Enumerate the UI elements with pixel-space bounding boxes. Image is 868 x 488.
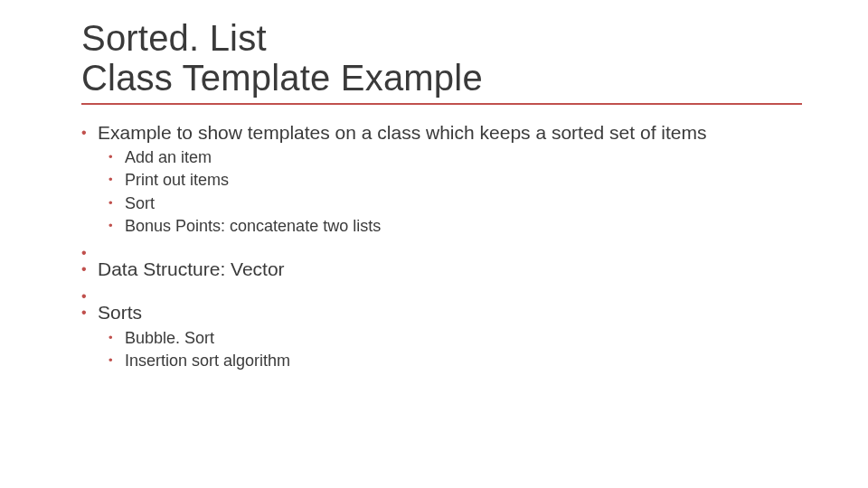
list-item: Example to show templates on a class whi… <box>81 121 796 238</box>
bullet-text: Bonus Points: concatenate two lists <box>125 217 381 235</box>
sub-list: Add an item Print out items Sort Bonus P… <box>98 146 796 238</box>
title-underline <box>81 103 802 105</box>
bullet-text: Bubble. Sort <box>125 329 214 347</box>
bullet-text: Print out items <box>125 171 229 189</box>
bullet-text: Add an item <box>125 148 212 166</box>
title-line-2: Class Template Example <box>81 58 483 98</box>
slide: Sorted. List Class Template Example Exam… <box>0 0 868 488</box>
list-item: Sort <box>108 192 796 215</box>
list-item: Data Structure: Vector <box>81 258 796 281</box>
list-item: Print out items <box>108 169 796 192</box>
bullet-text: Data Structure: Vector <box>98 258 285 279</box>
list-item: Bubble. Sort <box>108 327 796 350</box>
list-item: Sorts Bubble. Sort Insertion sort algori… <box>81 301 796 372</box>
list-item: Add an item <box>108 146 796 169</box>
slide-title: Sorted. List Class Template Example <box>81 18 796 98</box>
bullet-text: Example to show templates on a class whi… <box>98 122 707 143</box>
sub-list: Bubble. Sort Insertion sort algorithm <box>98 327 796 372</box>
list-item: Insertion sort algorithm <box>108 350 796 372</box>
bullet-text: Insertion sort algorithm <box>125 352 290 370</box>
bullet-text: Sorts <box>98 302 142 323</box>
list-item: Bonus Points: concatenate two lists <box>108 215 796 238</box>
bullet-text: Sort <box>125 194 155 212</box>
title-line-1: Sorted. List <box>81 18 267 58</box>
spacer <box>81 285 796 297</box>
bullet-list: Example to show templates on a class whi… <box>81 121 796 372</box>
spacer <box>81 241 796 254</box>
